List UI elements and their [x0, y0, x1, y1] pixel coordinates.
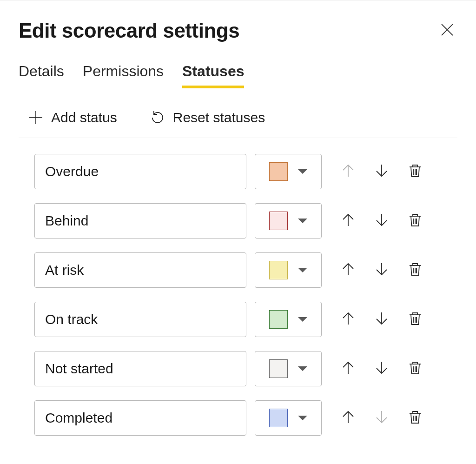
arrow-down-icon [374, 261, 390, 277]
color-swatch [269, 162, 288, 181]
status-row [34, 252, 453, 288]
color-picker[interactable] [255, 203, 322, 239]
trash-icon [407, 261, 423, 277]
move-up-button[interactable] [340, 212, 356, 230]
chevron-down-icon [298, 268, 307, 272]
row-actions [340, 261, 423, 279]
arrow-down-icon [374, 360, 390, 376]
chevron-down-icon [298, 219, 307, 223]
status-row [34, 400, 453, 436]
reset-statuses-button[interactable]: Reset statuses [150, 110, 265, 126]
arrow-down-icon [374, 163, 390, 179]
reset-statuses-label: Reset statuses [173, 110, 265, 126]
color-swatch [269, 212, 288, 230]
chevron-down-icon [298, 169, 307, 174]
move-up-button[interactable] [340, 261, 356, 279]
move-down-button[interactable] [374, 212, 390, 230]
chevron-down-icon [298, 416, 307, 420]
status-name-input[interactable] [34, 400, 246, 436]
arrow-down-icon [374, 212, 390, 228]
status-row [34, 351, 453, 386]
color-picker[interactable] [255, 252, 322, 288]
header: Edit scorecard settings [19, 19, 457, 42]
plus-icon [28, 110, 44, 126]
arrow-up-icon [340, 163, 356, 179]
delete-button[interactable] [407, 360, 423, 378]
color-swatch [269, 359, 288, 378]
move-up-button[interactable] [340, 360, 356, 378]
tab-details[interactable]: Details [19, 63, 64, 88]
tab-permissions[interactable]: Permissions [83, 63, 164, 88]
status-row [34, 154, 453, 189]
add-status-label: Add status [51, 110, 117, 126]
status-name-input[interactable] [34, 154, 246, 189]
move-up-button [340, 163, 356, 180]
delete-button[interactable] [407, 212, 423, 230]
delete-button[interactable] [407, 163, 423, 180]
arrow-up-icon [340, 261, 356, 277]
color-picker[interactable] [255, 400, 322, 436]
move-down-button [374, 409, 390, 427]
color-picker[interactable] [255, 302, 322, 337]
toolbar: Add status Reset statuses [19, 110, 457, 138]
trash-icon [407, 311, 423, 326]
arrow-down-icon [374, 409, 390, 425]
row-actions [340, 163, 423, 180]
color-picker[interactable] [255, 351, 322, 386]
status-name-input[interactable] [34, 302, 246, 337]
status-row [34, 302, 453, 337]
trash-icon [407, 212, 423, 228]
reset-icon [150, 110, 165, 126]
color-picker[interactable] [255, 154, 322, 189]
status-name-input[interactable] [34, 203, 246, 239]
arrow-up-icon [340, 360, 356, 376]
chevron-down-icon [298, 366, 307, 371]
color-swatch [269, 261, 288, 279]
status-name-input[interactable] [34, 351, 246, 386]
row-actions [340, 311, 423, 328]
close-icon [440, 22, 455, 37]
delete-button[interactable] [407, 311, 423, 328]
trash-icon [407, 409, 423, 425]
settings-panel: Edit scorecard settings Details Permissi… [0, 0, 476, 436]
row-actions [340, 360, 423, 378]
trash-icon [407, 163, 423, 179]
move-down-button[interactable] [374, 360, 390, 378]
row-actions [340, 212, 423, 230]
status-row [34, 203, 453, 239]
delete-button[interactable] [407, 409, 423, 427]
arrow-down-icon [374, 311, 390, 326]
close-button[interactable] [437, 20, 457, 42]
move-up-button[interactable] [340, 409, 356, 427]
add-status-button[interactable]: Add status [28, 110, 117, 126]
move-down-button[interactable] [374, 311, 390, 328]
chevron-down-icon [298, 317, 307, 322]
arrow-up-icon [340, 212, 356, 228]
delete-button[interactable] [407, 261, 423, 279]
status-list [19, 154, 457, 436]
tabs: Details Permissions Statuses [19, 63, 457, 88]
color-swatch [269, 409, 288, 427]
arrow-up-icon [340, 409, 356, 425]
status-name-input[interactable] [34, 252, 246, 288]
move-down-button[interactable] [374, 261, 390, 279]
move-up-button[interactable] [340, 311, 356, 328]
page-title: Edit scorecard settings [19, 19, 239, 42]
tab-statuses[interactable]: Statuses [182, 63, 244, 88]
color-swatch [269, 310, 288, 329]
row-actions [340, 409, 423, 427]
move-down-button[interactable] [374, 163, 390, 180]
arrow-up-icon [340, 311, 356, 326]
trash-icon [407, 360, 423, 376]
